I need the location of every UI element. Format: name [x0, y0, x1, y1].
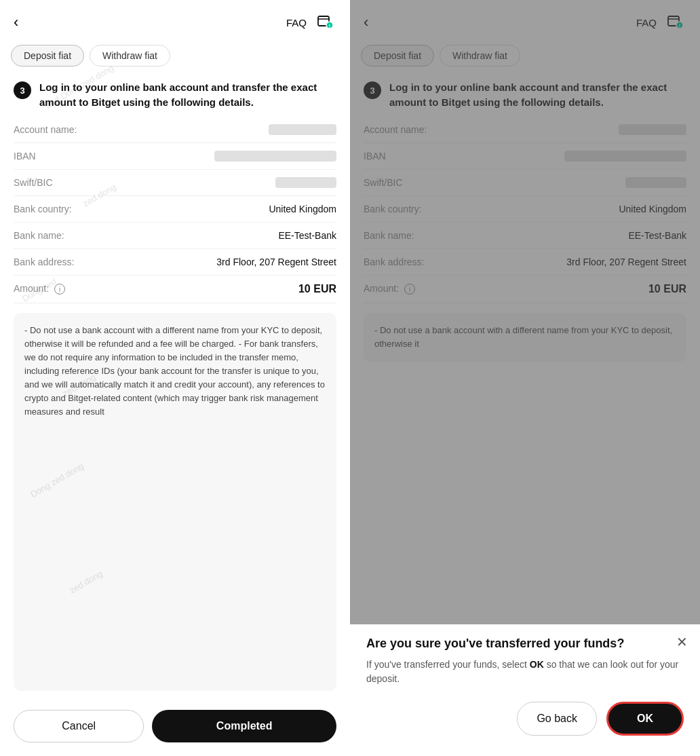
confirmation-modal: ✕ Are you sure you've transferred your f…	[350, 624, 700, 756]
detail-amount-left: Amount: i 10 EUR	[14, 276, 336, 303]
value-iban-left	[214, 151, 336, 162]
modal-body-text-start: If you've transferred your funds, select	[366, 659, 530, 670]
tab-deposit-fiat-left[interactable]: Deposit fiat	[11, 45, 84, 67]
modal-body: If you've transferred your funds, select…	[366, 658, 684, 687]
label-bank-country-left: Bank country:	[14, 204, 72, 214]
bank-details-left: Account name: IBAN Swift/BIC Bank countr…	[0, 117, 350, 303]
step-section-left: 3 Log in to your online bank account and…	[0, 71, 350, 117]
notice-text-left: - Do not use a bank account with a diffe…	[24, 324, 326, 419]
left-header: ‹ FAQ !	[0, 0, 350, 41]
detail-iban-left: IBAN	[14, 143, 336, 170]
detail-swift-left: Swift/BIC	[14, 170, 336, 196]
label-bank-name-left: Bank name:	[14, 230, 64, 241]
value-bank-address-left: 3rd Floor, 207 Regent Street	[216, 257, 336, 267]
left-tabs: Deposit fiat Withdraw fiat	[0, 41, 350, 71]
right-panel: ‹ FAQ ! Deposit fiat Withdraw fiat	[350, 0, 700, 756]
step-number-left: 3	[14, 81, 31, 99]
value-amount-left: 10 EUR	[298, 283, 336, 295]
label-amount-left: Amount: i	[14, 283, 65, 295]
ok-button[interactable]: OK	[606, 702, 684, 736]
dim-overlay	[350, 0, 700, 624]
step-instruction-left: Log in to your online bank account and t…	[39, 80, 336, 110]
cancel-button[interactable]: Cancel	[14, 710, 144, 742]
detail-bank-country-left: Bank country: United Kingdom	[14, 196, 336, 223]
detail-bank-address-left: Bank address: 3rd Floor, 207 Regent Stre…	[14, 249, 336, 276]
detail-bank-name-left: Bank name: EE-Test-Bank	[14, 223, 336, 249]
label-bank-address-left: Bank address:	[14, 257, 75, 267]
modal-body-bold: OK	[530, 659, 544, 670]
detail-account-name-left: Account name:	[14, 117, 336, 143]
modal-buttons: Go back OK	[366, 702, 684, 736]
svg-text:!: !	[329, 24, 330, 29]
notification-icon[interactable]: !	[315, 12, 336, 33]
value-bank-name-left: EE-Test-Bank	[278, 230, 336, 241]
label-iban-left: IBAN	[14, 151, 36, 162]
faq-link[interactable]: FAQ	[286, 17, 307, 29]
value-bank-country-left: United Kingdom	[269, 204, 336, 214]
go-back-button[interactable]: Go back	[517, 702, 597, 736]
value-swift-left	[275, 177, 336, 188]
notice-box-left: - Do not use a bank account with a diffe…	[14, 313, 336, 692]
completed-button[interactable]: Completed	[152, 710, 336, 742]
tab-withdraw-fiat-left[interactable]: Withdraw fiat	[90, 45, 170, 67]
left-panel: Zed Dong zed.dong zed.dong Dong zed zed.…	[0, 0, 350, 756]
bottom-buttons-left: Cancel Completed	[0, 700, 350, 756]
label-account-name-left: Account name:	[14, 124, 77, 135]
right-main-area: ‹ FAQ ! Deposit fiat Withdraw fiat	[350, 0, 700, 624]
amount-info-icon-left[interactable]: i	[54, 284, 65, 295]
back-button[interactable]: ‹	[14, 11, 24, 34]
modal-close-button[interactable]: ✕	[676, 634, 688, 650]
modal-title: Are you sure you've transferred your fun…	[366, 637, 684, 651]
header-right: FAQ !	[286, 12, 336, 33]
label-swift-left: Swift/BIC	[14, 177, 53, 188]
value-account-name-left	[269, 124, 336, 135]
